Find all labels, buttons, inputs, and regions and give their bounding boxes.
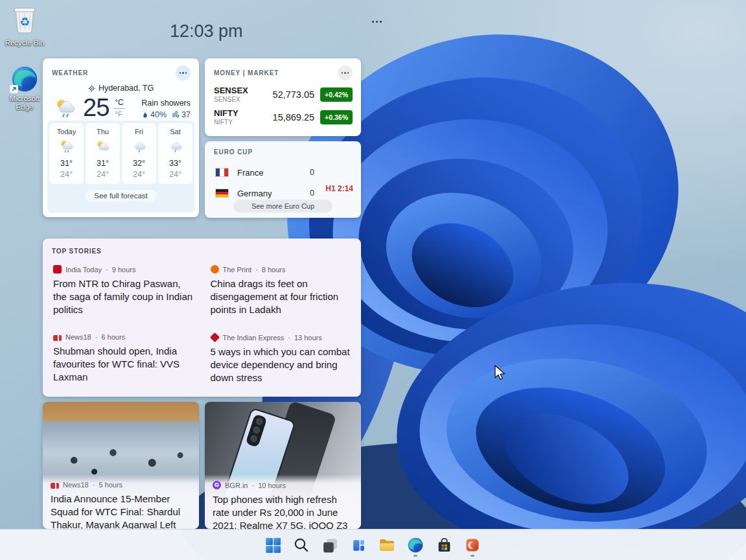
shortcut-arrow-icon: [10, 85, 18, 93]
edge-button[interactable]: [402, 532, 428, 558]
index-sub: SENSEX: [214, 97, 248, 103]
market-row-nifty[interactable]: NIFTY NIFTY 15,869.25 +0.36%: [205, 109, 361, 126]
index-name: NIFTY: [214, 109, 239, 117]
match-status: H1 2:14: [325, 184, 353, 193]
story-headline: India Announce 15-Member Squad for WTC F…: [51, 493, 191, 529]
germany-flag-icon: [215, 189, 229, 198]
story-source: India Today: [65, 266, 102, 274]
widgets-icon: [351, 537, 367, 554]
task-view-icon: [322, 537, 338, 554]
widgets-clock: 12:03 pm: [170, 21, 243, 41]
forecast-panel: Today 31° 24° Thu 31° 24° Fri 32° 24°: [47, 121, 194, 213]
sun-rain-icon: [59, 139, 75, 154]
forecast-high: 31°: [86, 159, 120, 168]
task-view-button[interactable]: [317, 532, 343, 558]
story-time: 5 hours: [99, 481, 122, 489]
forecast-day-label: Fri: [122, 128, 156, 135]
office-button[interactable]: [460, 532, 485, 558]
widgets-button[interactable]: [345, 532, 371, 558]
france-flag-icon: [215, 168, 229, 177]
meta-separator: ·: [288, 334, 290, 342]
meta-separator: ·: [93, 481, 95, 489]
eurocup-title: EURO CUP: [214, 148, 253, 156]
recycle-bin-icon: ♻: [11, 4, 38, 35]
forecast-day-label: Thu: [86, 128, 120, 135]
see-full-forecast-link[interactable]: See full forecast: [85, 190, 156, 202]
forecast-high: 31°: [49, 159, 84, 168]
file-explorer-icon: [379, 537, 395, 554]
story-source: News18: [65, 333, 91, 341]
forecast-low: 24°: [86, 170, 120, 179]
desktop-icon-microsoft-edge[interactable]: Microsoft Edge: [1, 65, 49, 111]
india-today-icon: [53, 265, 62, 274]
forecast-day-label: Today: [49, 128, 84, 135]
story-headline: China drags its feet on disengagement at…: [211, 277, 351, 316]
running-indicator: [414, 555, 417, 557]
widgets-more-icon[interactable]: [371, 16, 384, 22]
change-badge: +0.42%: [320, 88, 353, 102]
market-more-button[interactable]: [338, 65, 353, 80]
index-name: SENSEX: [214, 86, 248, 95]
money-market-widget: MONEY | MARKET SENSEX SENSEX 52,773.05 +…: [205, 58, 361, 136]
rain-icon: [132, 139, 147, 154]
story-source: BGR.in: [225, 482, 248, 489]
indian-express-icon: [209, 332, 219, 342]
story-item[interactable]: The Print · 8 hours China drags its feet…: [211, 265, 351, 316]
windows-logo-icon: [265, 537, 281, 554]
see-more-euro-cup-link[interactable]: See more Euro Cup: [233, 200, 332, 213]
forecast-day-label: Sat: [158, 128, 192, 135]
weather-more-button[interactable]: [176, 65, 191, 80]
microsoft-store-button[interactable]: [431, 532, 457, 558]
desktop-icon-recycle-bin[interactable]: ♻ Recycle Bin: [1, 4, 49, 47]
top-stories-widget: TOP STORIES India Today · 9 hours From N…: [43, 239, 361, 397]
team-score: 0: [310, 189, 314, 198]
desktop: ♻ Recycle Bin Microsoft Edge 12:03 pm WE…: [0, 0, 746, 560]
search-button[interactable]: [288, 532, 314, 558]
location-pin-icon: [88, 85, 95, 92]
forecast-day-today[interactable]: Today 31° 24°: [49, 123, 84, 184]
top-stories-title: TOP STORIES: [52, 248, 102, 255]
story-item[interactable]: News18 · 6 hours Shubman should open, In…: [53, 333, 194, 384]
desktop-icon-label: Microsoft Edge: [1, 95, 49, 111]
precipitation-value: 40%: [150, 110, 167, 119]
story-headline: From NTR to Chirag Paswan, the saga of f…: [53, 277, 194, 316]
meta-separator: ·: [95, 333, 98, 341]
story-time: 6 hours: [101, 333, 125, 341]
change-badge: +0.36%: [320, 110, 353, 124]
meta-separator: ·: [255, 266, 258, 274]
story-time: 10 hours: [258, 482, 286, 489]
forecast-low: 24°: [158, 170, 192, 179]
team-score: 0: [310, 168, 314, 177]
news-card-top-phones[interactable]: G BGR.in · 10 hours Top phones with high…: [205, 402, 361, 529]
the-print-icon: [211, 265, 219, 274]
story-source: News18: [63, 481, 89, 489]
story-item[interactable]: The Indian Express · 13 hours 5 ways in …: [211, 333, 351, 384]
story-time: 13 hours: [294, 334, 322, 342]
aqi-icon: [172, 111, 180, 119]
market-row-sensex[interactable]: SENSEX SENSEX 52,773.05 +0.42%: [205, 86, 361, 103]
team-name: Germany: [237, 189, 272, 198]
weather-widget: WEATHER Hyderabad, TG 25 °C °F Rain show…: [43, 58, 199, 217]
story-item[interactable]: India Today · 9 hours From NTR to Chirag…: [53, 265, 194, 316]
start-button[interactable]: [260, 532, 286, 558]
news-card-wtc-squad[interactable]: News18 · 5 hours India Announce 15-Membe…: [43, 402, 199, 529]
unit-celsius-toggle[interactable]: °C: [113, 98, 124, 109]
microsoft-store-icon: [436, 537, 452, 554]
desktop-icon-label: Recycle Bin: [1, 39, 49, 47]
story-source: The Print: [223, 266, 252, 274]
forecast-low: 24°: [49, 170, 84, 179]
forecast-day-sat[interactable]: Sat 33° 24°: [158, 123, 192, 184]
story-headline: 5 ways in which you can combat device de…: [211, 345, 351, 384]
bgr-icon: G: [213, 481, 221, 489]
file-explorer-button[interactable]: [374, 532, 400, 558]
forecast-day-thu[interactable]: Thu 31° 24°: [86, 123, 120, 184]
eurocup-team-france[interactable]: France 0: [205, 165, 361, 180]
news18-icon: [53, 335, 62, 341]
forecast-low: 24°: [122, 170, 156, 179]
weather-title: WEATHER: [52, 69, 88, 76]
rain-showers-icon: [51, 97, 80, 120]
meta-separator: ·: [106, 266, 108, 274]
aqi-value: 37: [181, 110, 191, 119]
unit-fahrenheit-toggle[interactable]: °F: [113, 109, 123, 118]
forecast-day-fri[interactable]: Fri 32° 24°: [122, 123, 156, 184]
